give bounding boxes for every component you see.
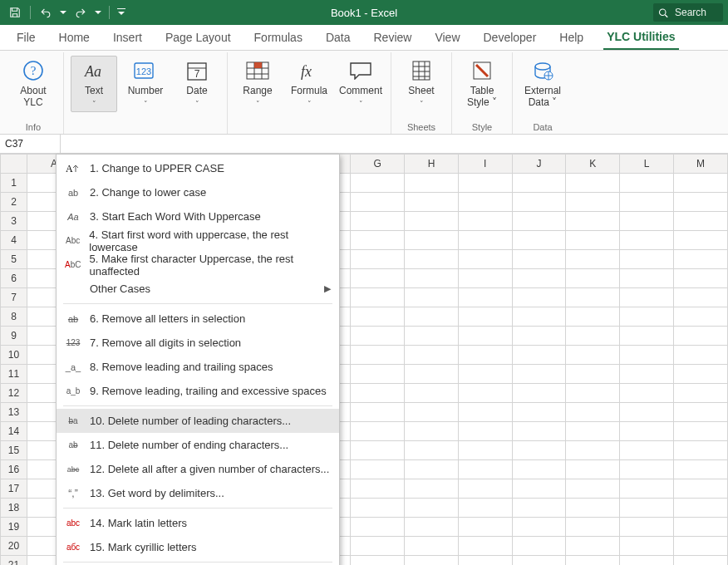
ribbon-range-button[interactable]: Range˅ [234, 56, 281, 112]
cell[interactable] [351, 537, 405, 556]
cell[interactable] [566, 537, 620, 556]
cell[interactable] [512, 193, 566, 212]
tab-ylc-utilities[interactable]: YLC Utilities [603, 25, 678, 50]
cell[interactable] [351, 269, 405, 288]
menu-item[interactable]: A1. Change to UPPER CASE [57, 156, 339, 180]
row-header[interactable]: 12 [1, 384, 27, 403]
cell[interactable] [673, 403, 727, 422]
menu-item[interactable]: abc12. Delete all after a given number o… [57, 457, 339, 481]
cell[interactable] [566, 422, 620, 441]
undo-dropdown[interactable] [59, 4, 67, 21]
search-box[interactable] [653, 3, 723, 22]
cell[interactable] [351, 499, 405, 518]
cell[interactable] [351, 346, 405, 365]
row-header[interactable]: 13 [1, 403, 27, 422]
cell[interactable] [566, 403, 620, 422]
cell[interactable] [673, 441, 727, 460]
cell[interactable] [458, 269, 512, 288]
cell[interactable] [620, 346, 674, 365]
cell[interactable] [458, 384, 512, 403]
ribbon-comment-button[interactable]: Comment˅ [337, 56, 384, 112]
save-icon[interactable] [7, 4, 23, 21]
cell[interactable] [405, 231, 459, 250]
redo-dropdown[interactable] [94, 4, 102, 21]
cell[interactable] [620, 365, 674, 384]
cell[interactable] [405, 250, 459, 269]
name-box[interactable]: C37 [0, 135, 61, 153]
menu-item[interactable]: 1237. Remove all digits in selection [57, 331, 339, 355]
cell[interactable] [620, 174, 674, 193]
tab-formulas[interactable]: Formulas [251, 25, 306, 50]
cell[interactable] [566, 250, 620, 269]
col-header[interactable]: H [405, 155, 459, 174]
cell[interactable] [351, 518, 405, 537]
ribbon-number-button[interactable]: 123Number˅ [122, 56, 169, 112]
cell[interactable] [566, 384, 620, 403]
col-header[interactable]: I [458, 155, 512, 174]
cell[interactable] [620, 441, 674, 460]
cell[interactable] [458, 346, 512, 365]
cell[interactable] [405, 556, 459, 566]
cell[interactable] [458, 250, 512, 269]
search-input[interactable] [673, 6, 718, 19]
cell[interactable] [512, 403, 566, 422]
cell[interactable] [673, 460, 727, 479]
cell[interactable] [351, 307, 405, 327]
cell[interactable] [673, 193, 727, 212]
cell[interactable] [458, 212, 512, 231]
cell[interactable] [673, 499, 727, 518]
row-header[interactable]: 6 [1, 269, 27, 288]
cell[interactable] [620, 212, 674, 231]
cell[interactable] [673, 518, 727, 537]
cell[interactable] [566, 288, 620, 307]
menu-item[interactable]: _a_8. Remove leading and trailing spaces [57, 355, 339, 379]
cell[interactable] [405, 365, 459, 384]
cell[interactable] [566, 346, 620, 365]
cell[interactable] [673, 307, 727, 327]
cell[interactable] [458, 537, 512, 556]
cell[interactable] [512, 422, 566, 441]
cell[interactable] [458, 422, 512, 441]
cell[interactable] [351, 422, 405, 441]
cell[interactable] [351, 193, 405, 212]
cell[interactable] [566, 556, 620, 566]
cell[interactable] [351, 441, 405, 460]
tab-developer[interactable]: Developer [480, 25, 540, 50]
menu-item[interactable]: ab6. Remove all letters in selection [57, 307, 339, 331]
ribbon-sheet-button[interactable]: Sheet˅ [398, 56, 445, 112]
row-header[interactable]: 9 [1, 327, 27, 346]
cell[interactable] [458, 556, 512, 566]
cell[interactable] [566, 479, 620, 499]
cell[interactable] [351, 212, 405, 231]
cell[interactable] [512, 288, 566, 307]
cell[interactable] [566, 365, 620, 384]
cell[interactable] [673, 327, 727, 346]
cell[interactable] [512, 441, 566, 460]
menu-item[interactable]: Abc4. Start first word with uppercase, t… [57, 228, 339, 253]
cell[interactable] [512, 231, 566, 250]
cell[interactable] [405, 269, 459, 288]
cell[interactable] [405, 518, 459, 537]
row-header[interactable]: 8 [1, 307, 27, 327]
redo-button[interactable] [72, 4, 89, 21]
cell[interactable] [566, 307, 620, 327]
cell[interactable] [351, 365, 405, 384]
cell[interactable] [405, 193, 459, 212]
cell[interactable] [566, 231, 620, 250]
qat-customize-dropdown[interactable] [116, 4, 126, 21]
row-header[interactable]: 1 [1, 174, 27, 193]
cell[interactable] [512, 537, 566, 556]
cell[interactable] [673, 288, 727, 307]
row-header[interactable]: 15 [1, 441, 27, 460]
row-header[interactable]: 21 [1, 556, 27, 566]
menu-item[interactable]: абс15. Mark cyrillic letters [57, 535, 339, 559]
cell[interactable] [405, 499, 459, 518]
cell[interactable] [512, 499, 566, 518]
cell[interactable] [512, 518, 566, 537]
cell[interactable] [620, 231, 674, 250]
ribbon-date-button[interactable]: 7Date˅ [174, 56, 220, 112]
select-all-corner[interactable] [1, 155, 27, 174]
cell[interactable] [620, 384, 674, 403]
cell[interactable] [405, 174, 459, 193]
tab-view[interactable]: View [431, 25, 463, 50]
